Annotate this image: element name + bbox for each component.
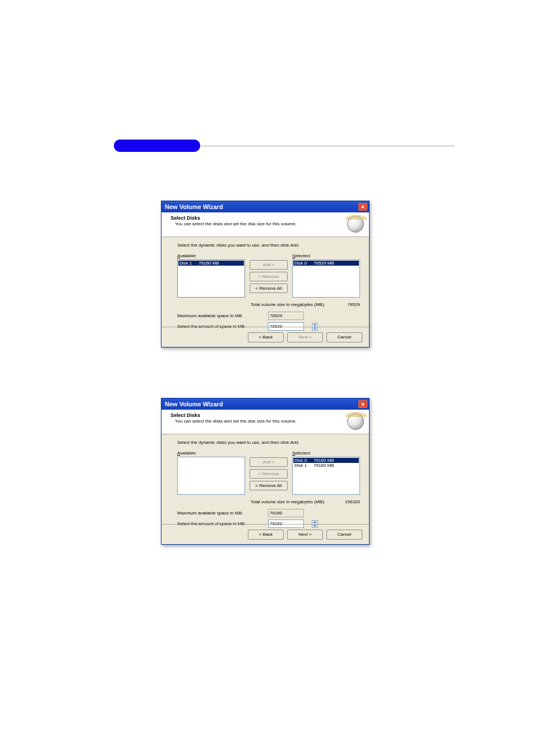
chevron-up-icon[interactable]: ▲ [312,323,318,327]
disk-name: Disk 1 [179,261,192,266]
list-item[interactable]: Disk 1 78160 MB [178,261,244,266]
remove-all-button[interactable]: < Remove All [250,284,288,293]
max-space-value [268,509,304,517]
list-item[interactable]: Disk 0 78160 MB [293,458,359,463]
total-value: 78529 [326,302,360,307]
dialog-header: Select Disks You can select the disks an… [162,410,369,434]
max-space-label: Maximum available space in MB: [177,313,261,318]
disk-icon [347,413,364,430]
available-listbox[interactable] [177,457,245,495]
dialog-title: Select Disks [170,412,341,418]
back-button[interactable]: < Back [248,530,284,540]
selected-listbox[interactable]: Disk 0 78529 MB [292,259,360,298]
available-label: Available: [177,451,245,456]
dialog-footer: < Back Next > Cancel [162,327,369,347]
instruction-text: Select the dynamic disks you want to use… [177,243,360,248]
dialog-body: Select the dynamic disks you want to use… [162,237,369,337]
total-value: 156320 [326,499,360,504]
total-label: Total volume size in megabytes (MB): [251,499,325,504]
transfer-buttons: Add > < Remove < Remove All [250,253,288,293]
total-row: Total volume size in megabytes (MB): 156… [177,499,360,504]
add-button[interactable]: Add > [250,457,288,467]
available-label: Available: [177,253,245,258]
disk-name: Disk 0 [294,261,307,266]
new-volume-wizard-dialog-2: New Volume Wizard × Select Disks You can… [161,398,370,545]
max-space-label: Maximum available space in MB: [177,511,261,516]
max-space-value [268,312,304,320]
total-row: Total volume size in megabytes (MB): 785… [177,302,360,307]
header-rule [201,146,455,146]
transfer-buttons: Add > < Remove < Remove All [250,451,288,490]
page-header-decor [73,140,455,152]
disk-size: 78160 MB [313,463,334,468]
remove-button[interactable]: < Remove [250,469,288,479]
close-icon[interactable]: × [358,203,367,211]
dialog-title: Select Disks [170,215,341,221]
dialog-body: Select the dynamic disks you want to use… [162,434,369,535]
available-listbox[interactable]: Disk 1 78160 MB [177,259,245,298]
remove-all-button[interactable]: < Remove All [250,481,288,490]
titlebar[interactable]: New Volume Wizard × [162,201,369,212]
selected-label: Selected: [292,253,360,258]
instruction-text: Select the dynamic disks you want to use… [177,440,360,445]
titlebar-text: New Volume Wizard [165,401,223,407]
back-button[interactable]: < Back [248,332,284,342]
titlebar-text: New Volume Wizard [165,203,223,210]
total-label: Total volume size in megabytes (MB): [251,302,325,307]
next-button[interactable]: Next > [287,332,323,342]
selected-label: Selected: [292,451,360,456]
dialog-subtitle: You can select the disks and set the dis… [175,419,341,424]
chevron-up-icon[interactable]: ▲ [312,520,318,524]
dialog-footer: < Back Next > Cancel [162,524,369,544]
dialog-header: Select Disks You can select the disks an… [162,212,369,237]
dialog-subtitle: You can select the disks and set the dis… [175,221,341,226]
selected-listbox[interactable]: Disk 0 78160 MB Disk 1 78160 MB [292,457,360,495]
cancel-button[interactable]: Cancel [326,530,362,540]
disk-size: 78529 MB [313,261,334,266]
next-button[interactable]: Next > [287,530,323,540]
new-volume-wizard-dialog-1: New Volume Wizard × Select Disks You can… [161,201,370,347]
cancel-button[interactable]: Cancel [326,332,362,342]
add-button[interactable]: Add > [250,260,288,270]
list-item[interactable]: Disk 0 78529 MB [293,261,359,266]
disk-size: 78160 MB [313,458,334,463]
disk-size: 78160 MB [199,261,219,266]
disk-icon [347,216,364,233]
titlebar[interactable]: New Volume Wizard × [162,398,369,410]
remove-button[interactable]: < Remove [250,272,288,281]
disk-name: Disk 1 [294,463,307,468]
close-icon[interactable]: × [358,400,367,408]
disk-name: Disk 0 [294,458,307,463]
list-item[interactable]: Disk 1 78160 MB [293,463,359,468]
header-pill [114,140,200,152]
